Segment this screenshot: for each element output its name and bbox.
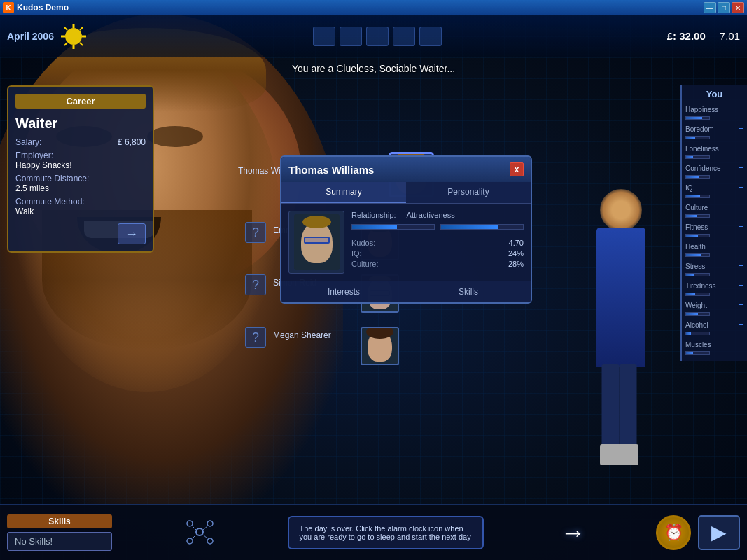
day-over-text: The day is over. Click the alarm clock i…	[300, 524, 471, 541]
stat-plus-stress[interactable]: +	[739, 261, 743, 271]
activity-icon-4[interactable]	[393, 27, 415, 46]
alarm-clock-icon[interactable]: ⏰	[656, 515, 691, 550]
stat-name-culture: Culture	[685, 204, 726, 211]
stat-bar-container	[682, 332, 747, 338]
stat-bar-container	[682, 214, 747, 220]
activity-icon-1[interactable]	[313, 27, 335, 46]
stat-row: Confidence+	[682, 162, 747, 174]
next-arrow-area: →	[561, 518, 586, 547]
stat-plus-culture[interactable]: +	[739, 202, 743, 212]
svg-point-13	[207, 538, 213, 544]
stat-row: Fitness+	[682, 220, 747, 233]
stat-row: Loneliness+	[682, 142, 747, 155]
tab-personality[interactable]: Personality	[406, 182, 531, 203]
stat-name-health: Health	[685, 243, 726, 251]
alarm-area: ⏰ ▶	[656, 515, 740, 550]
stat-name-confidence: Confidence	[685, 164, 726, 172]
stat-bar-fill	[686, 352, 693, 354]
skills-content: No Skills!	[7, 532, 112, 551]
stat-plus-tiredness[interactable]: +	[739, 281, 743, 290]
stat-plus-confidence[interactable]: +	[739, 163, 743, 173]
stat-row: Culture+	[682, 201, 747, 214]
stat-bar-bg	[685, 312, 710, 316]
maximize-button[interactable]: □	[718, 2, 730, 13]
career-next-button[interactable]: →	[118, 223, 146, 244]
employer-value: Happy Snacks!	[15, 160, 146, 170]
stat-plus-muscles[interactable]: +	[739, 340, 743, 349]
dialog-stats: Relationship: Attractiveness Kudos: 4.70	[351, 211, 524, 274]
stat-bar-fill	[686, 136, 695, 139]
dialog-bottom-tabs: Interests Skills	[281, 281, 531, 302]
dialog-close-button[interactable]: x	[510, 162, 524, 176]
svg-point-10	[187, 521, 193, 526]
svg-point-0	[65, 28, 82, 45]
emma-unknown-icon: ?	[245, 222, 266, 243]
stat-row: IQ+	[682, 181, 747, 194]
stat-name-happiness: Happiness	[685, 106, 726, 113]
svg-line-15	[203, 526, 207, 530]
stat-bar-fill	[686, 332, 691, 335]
svg-line-6	[80, 43, 83, 46]
titlebar-left: K Kudos Demo	[3, 2, 69, 13]
career-job: Waiter	[15, 115, 146, 132]
stat-bar-container	[682, 293, 747, 299]
stat-bar-container	[682, 312, 747, 318]
you-panel: You Happiness+Boredom+Loneliness+Confide…	[680, 85, 747, 361]
stat-plus-boredom[interactable]: +	[739, 124, 743, 134]
stat-name-iq: IQ	[685, 184, 726, 192]
stat-bar-bg	[685, 253, 710, 257]
iq-value: 24%	[508, 249, 524, 258]
time-display: 7.01	[720, 30, 740, 42]
stat-plus-fitness[interactable]: +	[739, 222, 743, 232]
stat-plus-happiness[interactable]: +	[739, 104, 743, 114]
tab-summary[interactable]: Summary	[281, 182, 406, 203]
stat-bar-container	[682, 136, 747, 142]
you-label: You	[682, 89, 747, 99]
svg-point-12	[187, 538, 193, 544]
commute-method-value: Walk	[15, 206, 146, 216]
stat-bar-bg	[685, 332, 710, 335]
top-bar: April 2006 £: 32.00 7.01	[0, 15, 747, 57]
relationship-label: Relationship:	[351, 211, 396, 219]
stat-bar-bg	[685, 273, 710, 276]
exit-button[interactable]: ▶	[698, 515, 740, 550]
activity-icon-2[interactable]	[340, 27, 362, 46]
stat-plus-weight[interactable]: +	[739, 300, 743, 310]
attractiveness-label: Attractiveness	[407, 211, 455, 219]
kudos-label: Kudos:	[351, 239, 375, 247]
dialog-content: Relationship: Attractiveness Kudos: 4.70	[281, 204, 531, 281]
social-network-icon[interactable]	[182, 515, 217, 550]
dialog-name: Thomas Williams	[288, 164, 374, 176]
svg-line-8	[64, 43, 67, 46]
weather-icon	[60, 22, 88, 50]
dialog-title-bar: Thomas Williams x	[281, 157, 531, 182]
activity-icon-5[interactable]	[419, 27, 442, 46]
stat-name-fitness: Fitness	[685, 223, 726, 231]
megan-avatar[interactable]	[361, 327, 399, 365]
activity-icon-3[interactable]	[366, 27, 389, 46]
close-button[interactable]: ✕	[732, 2, 744, 13]
stat-plus-health[interactable]: +	[739, 241, 743, 251]
iq-label: IQ:	[351, 249, 362, 258]
window-title: Kudos Demo	[17, 3, 69, 13]
stat-bar-fill	[686, 274, 694, 276]
stat-bar-fill	[686, 293, 695, 295]
skills-panel: Skills No Skills!	[7, 514, 112, 551]
tab-interests[interactable]: Interests	[281, 281, 406, 302]
stat-plus-alcohol[interactable]: +	[739, 320, 743, 330]
network-graph-icon	[184, 517, 216, 548]
relationship-bar	[351, 224, 435, 230]
titlebar-buttons: — □ ✕	[704, 2, 744, 13]
stat-row: Boredom+	[682, 122, 747, 135]
stat-name-tiredness: Tiredness	[685, 282, 726, 290]
titlebar: K Kudos Demo — □ ✕	[0, 0, 747, 15]
stat-plus-loneliness[interactable]: +	[739, 144, 743, 153]
commute-dist-label: Commute Distance:	[15, 174, 146, 183]
stat-bar-bg	[685, 136, 710, 139]
tab-skills[interactable]: Skills	[406, 281, 531, 302]
stat-row: Alcohol+	[682, 318, 747, 331]
stat-row: Health+	[682, 240, 747, 253]
minimize-button[interactable]: —	[704, 2, 716, 13]
culture-value: 28%	[508, 260, 524, 268]
stat-plus-iq[interactable]: +	[739, 183, 743, 192]
